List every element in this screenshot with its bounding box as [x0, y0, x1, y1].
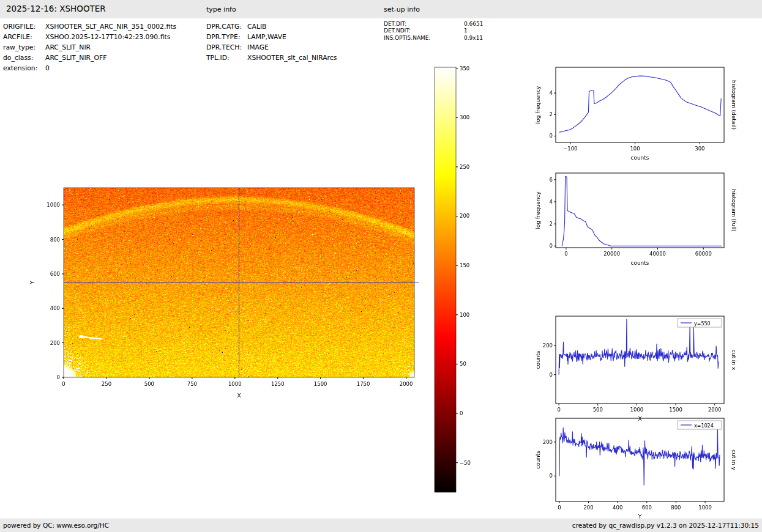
svg-text:350: 350: [460, 65, 469, 72]
svg-text:200: 200: [543, 439, 553, 445]
svg-text:0: 0: [550, 133, 553, 139]
info-label: DET.DIT:: [384, 21, 464, 27]
svg-text:600: 600: [50, 271, 60, 277]
svg-text:0: 0: [550, 243, 553, 249]
svg-text:50: 50: [460, 361, 466, 367]
page-title: 2025-12-16: XSHOOTER: [6, 4, 106, 13]
info-value: LAMP,WAVE: [247, 33, 286, 41]
svg-text:60000: 60000: [695, 251, 712, 257]
svg-text:1000: 1000: [698, 504, 712, 511]
setup-info-block: DET.DIT:0.6651 DET.NDIT:1 INS.OPTI5.NAME…: [384, 20, 484, 42]
info-label: raw_type:: [3, 43, 45, 51]
svg-text:100: 100: [460, 312, 469, 318]
svg-text:X: X: [237, 393, 241, 399]
footer-bar: powered by QC: www.eso.org/HC created by…: [0, 519, 762, 532]
svg-text:1750: 1750: [357, 381, 370, 387]
svg-text:100: 100: [630, 146, 640, 152]
svg-text:1000: 1000: [630, 407, 644, 413]
svg-text:1500: 1500: [314, 381, 327, 387]
svg-text:log frequency: log frequency: [535, 191, 541, 229]
info-row: ARCFILE:XSHOO.2025-12-17T10:42:23.090.fi…: [3, 32, 176, 42]
svg-text:800: 800: [671, 504, 681, 511]
type-info-block: DPR.CATG:CALIB DPR.TYPE:LAMP,WAVE DPR.TE…: [206, 21, 337, 63]
file-info-block: ORIGFILE:XSHOOTER_SLT_ARC_NIR_351_0002.f…: [3, 21, 176, 73]
svg-text:1250: 1250: [271, 381, 285, 387]
svg-text:500: 500: [144, 381, 154, 387]
svg-text:600: 600: [642, 504, 652, 511]
histogram-full-plot: 02000040000600000246countslog frequencyh…: [535, 173, 737, 266]
svg-text:0: 0: [557, 407, 560, 413]
svg-text:cut in y: cut in y: [731, 449, 737, 470]
info-row: raw_type:ARC_SLIT_NIR: [3, 42, 176, 53]
svg-text:−100: −100: [563, 146, 577, 152]
svg-text:y=550: y=550: [694, 321, 711, 327]
info-value: 1: [464, 28, 468, 34]
svg-text:1000: 1000: [228, 381, 242, 387]
cut-in-y-plot: 020040060080010000200Ycountscut in yx=10…: [535, 418, 737, 520]
legend: y=550: [678, 319, 722, 327]
svg-text:300: 300: [460, 114, 469, 120]
svg-text:2000: 2000: [400, 381, 413, 387]
footer-right: created by qc_rawdisp.py v1.2.3 on 2025-…: [572, 522, 759, 529]
info-value: ARC_SLIT_NIR_OFF: [45, 54, 106, 62]
info-row: extension:0: [3, 63, 176, 73]
svg-text:counts: counts: [535, 451, 541, 469]
svg-text:counts: counts: [535, 350, 541, 369]
svg-text:400: 400: [50, 305, 60, 311]
svg-text:2: 2: [550, 111, 553, 117]
svg-text:histogram (detail): histogram (detail): [731, 80, 737, 130]
svg-text:1000: 1000: [47, 202, 60, 208]
info-label: ARCFILE:: [3, 33, 45, 41]
svg-text:0: 0: [564, 251, 567, 257]
info-label: extension:: [3, 64, 45, 72]
svg-text:1500: 1500: [669, 407, 682, 413]
svg-text:20000: 20000: [603, 251, 620, 257]
svg-text:−50: −50: [460, 460, 471, 466]
svg-text:200: 200: [583, 504, 593, 511]
svg-text:histogram (full): histogram (full): [731, 189, 737, 231]
info-value: IMAGE: [247, 43, 269, 51]
svg-text:0: 0: [558, 504, 561, 511]
svg-text:2000: 2000: [708, 407, 722, 413]
svg-text:0: 0: [460, 410, 463, 416]
svg-text:6: 6: [550, 177, 553, 183]
svg-text:2: 2: [550, 221, 553, 227]
info-row: TPL.ID:XSHOOTER_slt_cal_NIRArcs: [206, 53, 337, 63]
info-value: 0.9x11: [464, 35, 483, 41]
svg-text:200: 200: [50, 340, 60, 346]
svg-text:400: 400: [613, 504, 622, 511]
info-label: do_class:: [3, 54, 45, 62]
info-value: XSHOOTER_slt_cal_NIRArcs: [247, 54, 337, 62]
legend: x=1024: [678, 421, 722, 429]
info-label: DPR.CATG:: [206, 23, 247, 31]
info-row: ORIGFILE:XSHOOTER_SLT_ARC_NIR_351_0002.f…: [3, 21, 176, 32]
info-row: do_class:ARC_SLIT_NIR_OFF: [3, 53, 176, 63]
svg-text:40000: 40000: [649, 251, 666, 257]
info-label: DPR.TECH:: [206, 43, 247, 51]
cut-in-x-plot: 05001000150020000200Xcountscut in xy=550: [535, 316, 737, 422]
svg-text:500: 500: [593, 407, 603, 413]
type-info-heading: type info: [206, 6, 236, 13]
header-bar: 2025-12-16: XSHOOTER type info set-up in…: [0, 0, 762, 18]
detector-image: [64, 188, 414, 377]
svg-text:Y: Y: [29, 281, 35, 285]
svg-text:X: X: [638, 416, 641, 422]
footer-left: powered by QC: www.eso.org/HC: [3, 522, 109, 529]
info-value: 0.6651: [464, 21, 484, 27]
info-label: ORIGFILE:: [3, 23, 45, 31]
info-row: DPR.CATG:CALIB: [206, 21, 337, 32]
svg-text:200: 200: [543, 342, 553, 349]
svg-text:cut in x: cut in x: [731, 350, 737, 371]
histogram-detail-plot: −100100300024countslog frequencyhistogra…: [535, 67, 737, 161]
svg-text:0: 0: [62, 381, 65, 387]
svg-text:x=1024: x=1024: [694, 423, 714, 429]
info-row: DET.DIT:0.6651: [384, 20, 484, 28]
svg-text:200: 200: [460, 213, 469, 219]
svg-text:250: 250: [460, 164, 469, 170]
svg-text:150: 150: [460, 262, 469, 268]
svg-text:750: 750: [187, 381, 197, 387]
info-label: DET.NDIT:: [384, 28, 464, 34]
svg-text:0: 0: [550, 372, 553, 378]
svg-text:0: 0: [57, 374, 60, 380]
info-row: DPR.TECH:IMAGE: [206, 42, 337, 53]
